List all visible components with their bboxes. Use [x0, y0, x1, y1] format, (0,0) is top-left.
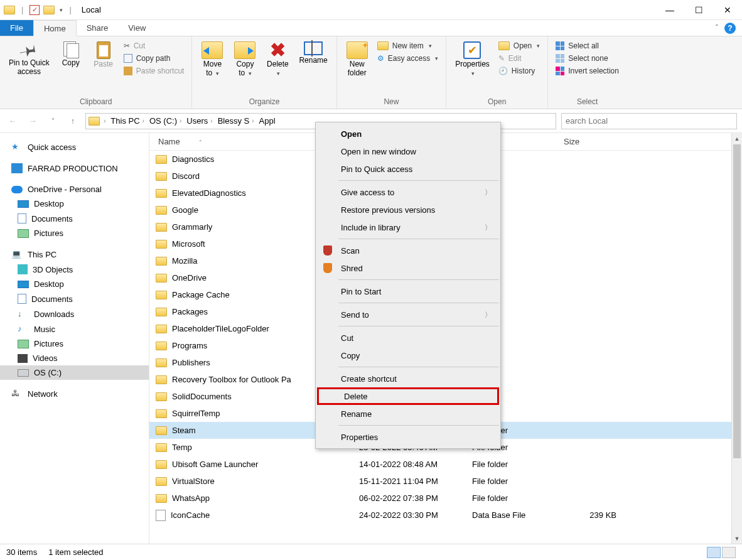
context-item-pin-to-quick-access[interactable]: Pin to Quick access [316, 160, 500, 178]
col-size[interactable]: Size [564, 137, 620, 146]
context-item-include-in-library[interactable]: Include in library〉 [316, 218, 500, 236]
edit-button[interactable]: ✎Edit [496, 53, 542, 64]
nav-od-pictures[interactable]: Pictures [0, 226, 149, 240]
context-item-create-shortcut[interactable]: Create shortcut [316, 370, 500, 387]
context-item-cut[interactable]: Cut [316, 329, 500, 347]
context-item-pin-to-start[interactable]: Pin to Start [316, 283, 500, 300]
history-label: History [512, 67, 535, 75]
nav-videos[interactable]: Videos [0, 351, 149, 365]
easy-access-button[interactable]: ⚙Easy access▾ [375, 53, 441, 64]
context-separator [338, 326, 499, 326]
copypath-label: Copy path [136, 54, 171, 63]
crumb-app[interactable]: Appl [258, 116, 277, 126]
rename-button[interactable]: Rename [295, 39, 331, 68]
context-item-rename[interactable]: Rename [316, 405, 500, 423]
help-icon[interactable]: ? [724, 23, 736, 34]
context-item-delete[interactable]: Delete [317, 387, 499, 405]
nav-recent-button[interactable]: ˅ [45, 114, 60, 129]
file-name: Discord [172, 171, 200, 181]
paste-button[interactable]: Paste [89, 39, 119, 72]
properties-button[interactable]: Properties▾ [451, 39, 493, 80]
delete-button[interactable]: ✖ Delete▾ [262, 39, 293, 80]
nav-pictures[interactable]: Pictures [0, 337, 149, 351]
edit-label: Edit [508, 54, 522, 63]
search-input[interactable]: earch Local [561, 113, 737, 129]
copy-button[interactable]: Copy [56, 39, 86, 70]
folder-icon [156, 375, 167, 384]
nav-os-drive[interactable]: OS (C:) [0, 365, 149, 380]
nav-quick-access[interactable]: ★Quick access [0, 139, 149, 154]
table-row[interactable]: Ubisoft Game Launcher14-01-2022 08:48 AM… [149, 456, 742, 473]
qat-folder-icon[interactable] [4, 6, 15, 14]
move-to-button[interactable]: Move to ▾ [197, 39, 227, 80]
nav-farrad[interactable]: FARRAD PRODUCTION [0, 161, 149, 176]
crumb-users[interactable]: Users› [185, 116, 213, 126]
nav-od-documents[interactable]: Documents [0, 211, 149, 226]
open-button[interactable]: Open▾ [496, 40, 542, 51]
qat-newfolder-icon[interactable] [43, 6, 55, 14]
pin-quick-access-button[interactable]: Pin to Quick access [5, 39, 53, 79]
table-row[interactable]: IconCache24-02-2022 03:30 PMData Base Fi… [149, 507, 742, 524]
select-all-button[interactable]: Select all [553, 40, 621, 51]
nav-music[interactable]: ♪Music [0, 321, 149, 337]
file-name: VirtualStore [172, 477, 215, 486]
scroll-thumb[interactable] [733, 144, 741, 458]
nav-forward-button[interactable]: → [25, 114, 40, 129]
select-none-button[interactable]: Select none [553, 53, 621, 64]
context-item-properties[interactable]: Properties [316, 428, 500, 446]
nav-thispc[interactable]: 💻This PC [0, 247, 149, 262]
nav-back-button[interactable]: ← [5, 114, 20, 129]
tab-view[interactable]: View [118, 20, 156, 36]
new-item-button[interactable]: New item▾ [375, 40, 441, 51]
history-button[interactable]: 🕘History [496, 65, 542, 77]
close-button[interactable]: ✕ [713, 0, 742, 20]
qat-dropdown-icon[interactable]: ▾ [60, 7, 63, 13]
nav-network[interactable]: 🖧Network [0, 386, 149, 401]
scroll-down-icon[interactable]: ▼ [732, 533, 742, 544]
crumb-thispc[interactable]: This PC› [109, 116, 146, 126]
minimize-button[interactable]: — [655, 0, 684, 20]
cut-button[interactable]: ✂Cut [121, 40, 187, 51]
context-item-shred[interactable]: Shred [316, 259, 500, 277]
tab-share[interactable]: Share [77, 20, 119, 36]
context-label: Delete [344, 392, 368, 401]
tab-home[interactable]: Home [33, 20, 77, 36]
nav-od-desktop[interactable]: Desktop [0, 197, 149, 211]
crumb-blessy[interactable]: Blessy S› [217, 116, 255, 126]
nav-desktop[interactable]: Desktop [0, 277, 149, 291]
qat-properties-icon[interactable]: ✓ [30, 5, 40, 15]
chevron-right-icon[interactable]: › [104, 117, 105, 124]
nav-downloads[interactable]: ↓Downloads [0, 306, 149, 321]
file-name: OneDrive [172, 273, 207, 283]
vertical-scrollbar[interactable]: ▲ ▼ [731, 133, 742, 544]
invert-selection-button[interactable]: Invert selection [553, 65, 621, 77]
crumb-os[interactable]: OS (C:)› [148, 116, 183, 126]
table-row[interactable]: VirtualStore15-11-2021 11:04 PMFile fold… [149, 473, 742, 490]
context-item-open-in-new-window[interactable]: Open in new window [316, 143, 500, 160]
context-item-give-access-to[interactable]: Give access to〉 [316, 183, 500, 201]
new-folder-button[interactable]: ✦ New folder [342, 39, 372, 80]
collapse-ribbon-icon[interactable]: ˆ [716, 24, 718, 33]
table-row[interactable]: WhatsApp06-02-2022 07:38 PMFile folder [149, 490, 742, 507]
tab-file[interactable]: File [0, 20, 33, 36]
details-view-button[interactable] [707, 547, 721, 558]
context-item-send-to[interactable]: Send to〉 [316, 306, 500, 323]
context-item-copy[interactable]: Copy [316, 347, 500, 364]
copy-to-button[interactable]: Copy to ▾ [230, 39, 260, 80]
title-bar: | ✓ ▾ | Local — ☐ ✕ [0, 0, 742, 20]
copy-path-button[interactable]: Copy path [121, 53, 187, 64]
ribbon-group-open: Properties▾ Open▾ ✎Edit 🕘History Open [446, 36, 548, 109]
context-item-restore-previous-versions[interactable]: Restore previous versions [316, 201, 500, 218]
nav-documents[interactable]: Documents [0, 291, 149, 306]
maximize-button[interactable]: ☐ [684, 0, 713, 20]
context-item-open[interactable]: Open [316, 125, 500, 143]
nav-3d-objects[interactable]: 3D Objects [0, 262, 149, 277]
context-label: Cut [341, 333, 353, 343]
large-icons-view-button[interactable] [722, 547, 736, 558]
paste-shortcut-button[interactable]: Paste shortcut [121, 65, 187, 77]
scroll-up-icon[interactable]: ▲ [732, 133, 742, 144]
nav-onedrive[interactable]: OneDrive - Personal [0, 182, 149, 197]
context-item-scan[interactable]: Scan [316, 242, 500, 259]
nav-pane: ★Quick access FARRAD PRODUCTION OneDrive… [0, 133, 149, 544]
nav-up-button[interactable]: ↑ [65, 114, 80, 129]
